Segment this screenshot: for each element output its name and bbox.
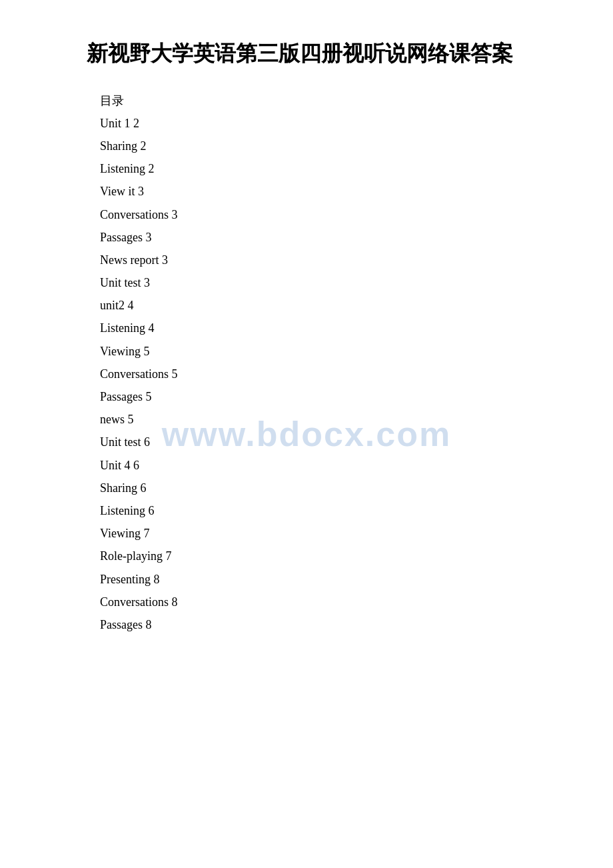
list-item: View it 3 (100, 180, 560, 203)
list-item: Passages 3 (100, 226, 560, 249)
list-item: news 5 (100, 408, 560, 431)
list-item: Viewing 7 (100, 522, 560, 545)
page-container: www.bdocx.com 新视野大学英语第三版四册视听说网络课答案 目录 Un… (0, 0, 613, 868)
list-item: News report 3 (100, 249, 560, 271)
list-item: unit2 4 (100, 294, 560, 317)
list-item: Listening 2 (100, 157, 560, 180)
page-title: 新视野大学英语第三版四册视听说网络课答案 (87, 40, 560, 68)
list-item: Conversations 3 (100, 203, 560, 226)
list-item: Unit 1 2 (100, 112, 560, 135)
list-item: Unit test 6 (100, 431, 560, 453)
list-item: Conversations 8 (100, 591, 560, 613)
list-item: Unit test 3 (100, 271, 560, 294)
list-item: Listening 4 (100, 317, 560, 339)
toc-section: 目录 Unit 1 2 Sharing 2 Listening 2 View i… (100, 89, 560, 637)
list-item: Presenting 8 (100, 568, 560, 591)
list-item: Unit 4 6 (100, 454, 560, 477)
list-item: Conversations 5 (100, 363, 560, 385)
list-item: Passages 5 (100, 385, 560, 408)
list-item: Sharing 2 (100, 135, 560, 157)
list-item: Viewing 5 (100, 340, 560, 363)
list-item: Sharing 6 (100, 477, 560, 499)
list-item: Role-playing 7 (100, 545, 560, 567)
list-item: Listening 6 (100, 499, 560, 522)
list-item: Passages 8 (100, 613, 560, 636)
toc-label: 目录 (100, 89, 560, 112)
